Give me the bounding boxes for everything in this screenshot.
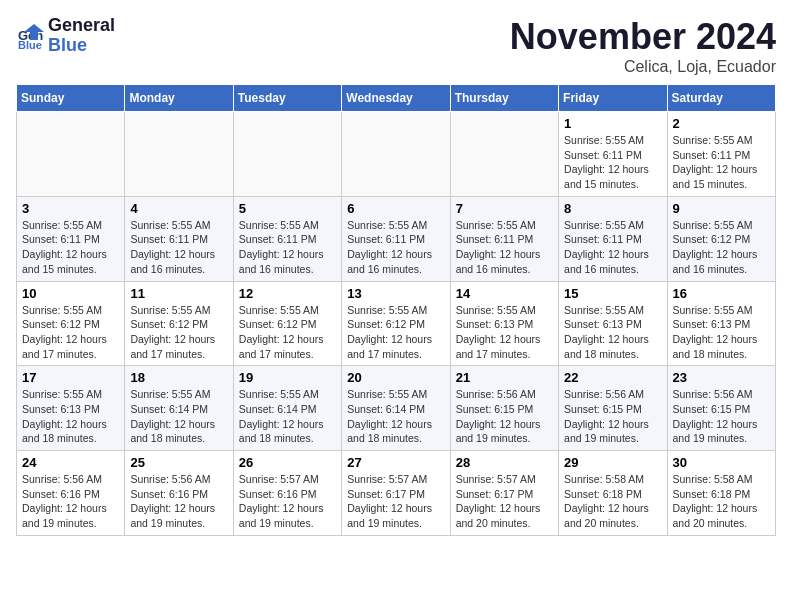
calendar-cell: 23Sunrise: 5:56 AM Sunset: 6:15 PM Dayli… bbox=[667, 366, 775, 451]
day-number: 5 bbox=[239, 201, 336, 216]
weekday-header: Saturday bbox=[667, 85, 775, 112]
weekday-header: Tuesday bbox=[233, 85, 341, 112]
day-number: 9 bbox=[673, 201, 770, 216]
calendar-cell: 20Sunrise: 5:55 AM Sunset: 6:14 PM Dayli… bbox=[342, 366, 450, 451]
calendar-cell: 8Sunrise: 5:55 AM Sunset: 6:11 PM Daylig… bbox=[559, 196, 667, 281]
day-info: Sunrise: 5:55 AM Sunset: 6:11 PM Dayligh… bbox=[239, 218, 336, 277]
day-info: Sunrise: 5:57 AM Sunset: 6:17 PM Dayligh… bbox=[456, 472, 553, 531]
day-number: 29 bbox=[564, 455, 661, 470]
day-number: 11 bbox=[130, 286, 227, 301]
weekday-header: Sunday bbox=[17, 85, 125, 112]
calendar-cell: 21Sunrise: 5:56 AM Sunset: 6:15 PM Dayli… bbox=[450, 366, 558, 451]
day-number: 4 bbox=[130, 201, 227, 216]
calendar-cell: 19Sunrise: 5:55 AM Sunset: 6:14 PM Dayli… bbox=[233, 366, 341, 451]
calendar-cell: 17Sunrise: 5:55 AM Sunset: 6:13 PM Dayli… bbox=[17, 366, 125, 451]
calendar-week-row: 1Sunrise: 5:55 AM Sunset: 6:11 PM Daylig… bbox=[17, 112, 776, 197]
day-info: Sunrise: 5:55 AM Sunset: 6:14 PM Dayligh… bbox=[347, 387, 444, 446]
calendar-cell: 18Sunrise: 5:55 AM Sunset: 6:14 PM Dayli… bbox=[125, 366, 233, 451]
day-info: Sunrise: 5:55 AM Sunset: 6:12 PM Dayligh… bbox=[22, 303, 119, 362]
day-number: 12 bbox=[239, 286, 336, 301]
day-number: 14 bbox=[456, 286, 553, 301]
day-info: Sunrise: 5:55 AM Sunset: 6:12 PM Dayligh… bbox=[347, 303, 444, 362]
calendar-cell bbox=[342, 112, 450, 197]
day-number: 23 bbox=[673, 370, 770, 385]
calendar-week-row: 3Sunrise: 5:55 AM Sunset: 6:11 PM Daylig… bbox=[17, 196, 776, 281]
calendar-cell: 28Sunrise: 5:57 AM Sunset: 6:17 PM Dayli… bbox=[450, 451, 558, 536]
calendar-cell: 26Sunrise: 5:57 AM Sunset: 6:16 PM Dayli… bbox=[233, 451, 341, 536]
calendar-cell: 6Sunrise: 5:55 AM Sunset: 6:11 PM Daylig… bbox=[342, 196, 450, 281]
calendar-header-row: SundayMondayTuesdayWednesdayThursdayFrid… bbox=[17, 85, 776, 112]
day-number: 15 bbox=[564, 286, 661, 301]
day-info: Sunrise: 5:56 AM Sunset: 6:15 PM Dayligh… bbox=[564, 387, 661, 446]
logo-text: General Blue bbox=[48, 16, 115, 56]
day-info: Sunrise: 5:57 AM Sunset: 6:16 PM Dayligh… bbox=[239, 472, 336, 531]
day-info: Sunrise: 5:55 AM Sunset: 6:13 PM Dayligh… bbox=[456, 303, 553, 362]
page-header: General Blue General Blue November 2024 … bbox=[16, 16, 776, 76]
calendar-cell: 15Sunrise: 5:55 AM Sunset: 6:13 PM Dayli… bbox=[559, 281, 667, 366]
day-number: 24 bbox=[22, 455, 119, 470]
day-number: 30 bbox=[673, 455, 770, 470]
day-number: 21 bbox=[456, 370, 553, 385]
calendar-cell: 29Sunrise: 5:58 AM Sunset: 6:18 PM Dayli… bbox=[559, 451, 667, 536]
location: Celica, Loja, Ecuador bbox=[510, 58, 776, 76]
day-number: 27 bbox=[347, 455, 444, 470]
weekday-header: Monday bbox=[125, 85, 233, 112]
day-number: 10 bbox=[22, 286, 119, 301]
day-number: 6 bbox=[347, 201, 444, 216]
calendar-cell bbox=[450, 112, 558, 197]
calendar-cell: 25Sunrise: 5:56 AM Sunset: 6:16 PM Dayli… bbox=[125, 451, 233, 536]
calendar-cell: 3Sunrise: 5:55 AM Sunset: 6:11 PM Daylig… bbox=[17, 196, 125, 281]
calendar-cell: 5Sunrise: 5:55 AM Sunset: 6:11 PM Daylig… bbox=[233, 196, 341, 281]
calendar-cell: 1Sunrise: 5:55 AM Sunset: 6:11 PM Daylig… bbox=[559, 112, 667, 197]
day-number: 18 bbox=[130, 370, 227, 385]
day-number: 22 bbox=[564, 370, 661, 385]
title-block: November 2024 Celica, Loja, Ecuador bbox=[510, 16, 776, 76]
day-info: Sunrise: 5:55 AM Sunset: 6:11 PM Dayligh… bbox=[347, 218, 444, 277]
day-number: 2 bbox=[673, 116, 770, 131]
day-number: 13 bbox=[347, 286, 444, 301]
calendar-table: SundayMondayTuesdayWednesdayThursdayFrid… bbox=[16, 84, 776, 536]
weekday-header: Thursday bbox=[450, 85, 558, 112]
calendar-cell: 22Sunrise: 5:56 AM Sunset: 6:15 PM Dayli… bbox=[559, 366, 667, 451]
day-number: 3 bbox=[22, 201, 119, 216]
day-info: Sunrise: 5:58 AM Sunset: 6:18 PM Dayligh… bbox=[564, 472, 661, 531]
day-info: Sunrise: 5:55 AM Sunset: 6:13 PM Dayligh… bbox=[564, 303, 661, 362]
weekday-header: Wednesday bbox=[342, 85, 450, 112]
day-info: Sunrise: 5:56 AM Sunset: 6:15 PM Dayligh… bbox=[456, 387, 553, 446]
calendar-cell: 16Sunrise: 5:55 AM Sunset: 6:13 PM Dayli… bbox=[667, 281, 775, 366]
day-info: Sunrise: 5:55 AM Sunset: 6:13 PM Dayligh… bbox=[673, 303, 770, 362]
day-number: 8 bbox=[564, 201, 661, 216]
month-title: November 2024 bbox=[510, 16, 776, 58]
calendar-cell: 7Sunrise: 5:55 AM Sunset: 6:11 PM Daylig… bbox=[450, 196, 558, 281]
calendar-cell: 24Sunrise: 5:56 AM Sunset: 6:16 PM Dayli… bbox=[17, 451, 125, 536]
calendar-cell: 12Sunrise: 5:55 AM Sunset: 6:12 PM Dayli… bbox=[233, 281, 341, 366]
day-number: 1 bbox=[564, 116, 661, 131]
day-info: Sunrise: 5:55 AM Sunset: 6:14 PM Dayligh… bbox=[239, 387, 336, 446]
day-number: 7 bbox=[456, 201, 553, 216]
day-info: Sunrise: 5:56 AM Sunset: 6:15 PM Dayligh… bbox=[673, 387, 770, 446]
day-number: 26 bbox=[239, 455, 336, 470]
day-info: Sunrise: 5:55 AM Sunset: 6:14 PM Dayligh… bbox=[130, 387, 227, 446]
calendar-cell bbox=[233, 112, 341, 197]
day-info: Sunrise: 5:55 AM Sunset: 6:12 PM Dayligh… bbox=[130, 303, 227, 362]
calendar-cell bbox=[17, 112, 125, 197]
calendar-cell: 27Sunrise: 5:57 AM Sunset: 6:17 PM Dayli… bbox=[342, 451, 450, 536]
logo: General Blue General Blue bbox=[16, 16, 115, 56]
day-info: Sunrise: 5:55 AM Sunset: 6:11 PM Dayligh… bbox=[456, 218, 553, 277]
calendar-cell: 13Sunrise: 5:55 AM Sunset: 6:12 PM Dayli… bbox=[342, 281, 450, 366]
day-number: 28 bbox=[456, 455, 553, 470]
calendar-cell: 4Sunrise: 5:55 AM Sunset: 6:11 PM Daylig… bbox=[125, 196, 233, 281]
calendar-cell bbox=[125, 112, 233, 197]
day-info: Sunrise: 5:58 AM Sunset: 6:18 PM Dayligh… bbox=[673, 472, 770, 531]
calendar-cell: 2Sunrise: 5:55 AM Sunset: 6:11 PM Daylig… bbox=[667, 112, 775, 197]
calendar-cell: 30Sunrise: 5:58 AM Sunset: 6:18 PM Dayli… bbox=[667, 451, 775, 536]
day-number: 25 bbox=[130, 455, 227, 470]
day-info: Sunrise: 5:55 AM Sunset: 6:11 PM Dayligh… bbox=[130, 218, 227, 277]
day-info: Sunrise: 5:56 AM Sunset: 6:16 PM Dayligh… bbox=[130, 472, 227, 531]
day-info: Sunrise: 5:55 AM Sunset: 6:12 PM Dayligh… bbox=[239, 303, 336, 362]
calendar-cell: 9Sunrise: 5:55 AM Sunset: 6:12 PM Daylig… bbox=[667, 196, 775, 281]
day-info: Sunrise: 5:56 AM Sunset: 6:16 PM Dayligh… bbox=[22, 472, 119, 531]
calendar-week-row: 24Sunrise: 5:56 AM Sunset: 6:16 PM Dayli… bbox=[17, 451, 776, 536]
day-info: Sunrise: 5:55 AM Sunset: 6:11 PM Dayligh… bbox=[673, 133, 770, 192]
calendar-cell: 11Sunrise: 5:55 AM Sunset: 6:12 PM Dayli… bbox=[125, 281, 233, 366]
